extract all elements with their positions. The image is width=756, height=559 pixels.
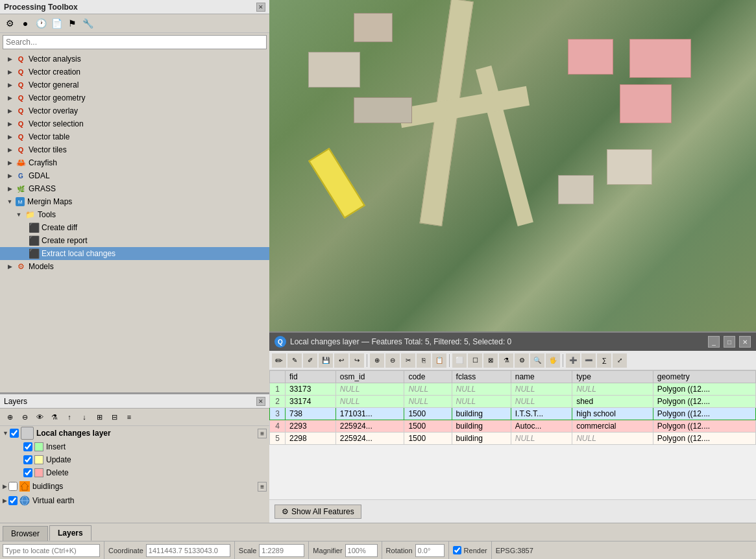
toolbar-btn-wrench[interactable]: 🔧 — [80, 16, 95, 30]
layers-add-btn[interactable]: ⊕ — [3, 410, 17, 424]
locate-input[interactable] — [3, 544, 100, 557]
table-row[interactable]: 5 2298 225924... 1500 building NULL NULL… — [270, 433, 756, 445]
layer-checkbox-local-changes[interactable] — [10, 429, 19, 438]
left-panel: Processing Toolbox ✕ ⚙ ● 🕐 📄 ⚑ 🔧 ▶ Q Vec… — [0, 0, 269, 523]
layers-toggle-btn[interactable]: 👁 — [32, 410, 47, 424]
layer-checkbox-insert[interactable] — [23, 442, 32, 451]
layers-collapse-btn[interactable]: ⊟ — [107, 410, 121, 424]
attr-filter2-btn[interactable]: ⚙ — [515, 353, 529, 368]
expand-arrow-grass: ▶ — [5, 184, 14, 193]
attr-cut-btn[interactable]: ✂ — [401, 353, 415, 368]
table-row[interactable]: 3 738 171031... 1500 building I.T.S.T...… — [270, 408, 756, 420]
layers-filter-btn[interactable]: ⚗ — [47, 410, 62, 424]
sidebar-item-vector-selection[interactable]: ▶ Q Vector selection — [0, 117, 269, 130]
coordinate-input[interactable] — [146, 544, 230, 557]
tab-layers[interactable]: Layers — [49, 525, 91, 541]
table-row[interactable]: 4 2293 225924... 1500 building Autoc... … — [270, 420, 756, 433]
attr-edit2-btn[interactable]: ✎ — [287, 353, 302, 368]
buildings-options-btn[interactable]: ≡ — [258, 482, 267, 492]
col-header-name[interactable]: name — [511, 371, 572, 383]
attr-invert-sel-btn[interactable]: ⊠ — [483, 353, 498, 368]
toolbox-close-button[interactable]: ✕ — [256, 3, 265, 12]
layer-item-local-changes[interactable]: ▼ Local changes layer ≡ — [0, 426, 269, 440]
sidebar-item-vector-creation[interactable]: ▶ Q Vector creation — [0, 65, 269, 78]
attr-maximize-btn[interactable]: □ — [724, 336, 735, 348]
col-header-fid[interactable]: fid — [286, 371, 336, 383]
sidebar-item-vector-tiles[interactable]: ▶ Q Vector tiles — [0, 143, 269, 156]
toolbar-btn-doc[interactable]: 📄 — [49, 16, 64, 30]
attr-new-col-btn[interactable]: ➕ — [566, 353, 580, 368]
search-input[interactable] — [3, 35, 267, 49]
attr-edit-btn[interactable]: ✏ — [272, 353, 286, 368]
layers-close-button[interactable]: ✕ — [256, 397, 265, 406]
attr-deselect-btn[interactable]: ☐ — [468, 353, 482, 368]
attr-zoom-btn[interactable]: 🔍 — [530, 353, 544, 368]
attr-save-btn[interactable]: 💾 — [319, 353, 333, 368]
attr-select-btn[interactable]: ⬜ — [452, 353, 467, 368]
attr-redo-btn[interactable]: ↪ — [350, 353, 364, 368]
layers-remove-btn[interactable]: ⊖ — [18, 410, 32, 424]
local-changes-options-btn[interactable]: ≡ — [258, 429, 267, 438]
col-header-type[interactable]: type — [572, 371, 653, 383]
attr-add-row-btn[interactable]: ⊕ — [370, 353, 384, 368]
attr-paste-btn[interactable]: 📋 — [432, 353, 446, 368]
layers-properties-btn[interactable]: ≡ — [122, 410, 136, 424]
layer-item-virtual-earth[interactable]: ▶ Virtual earth — [0, 494, 269, 508]
sidebar-item-models[interactable]: ▶ ⚙ Models — [0, 260, 269, 273]
render-checkbox[interactable] — [453, 546, 461, 554]
show-all-features-button[interactable]: ⚙ Show All Features — [274, 505, 361, 519]
attr-copy-btn[interactable]: ⎘ — [417, 353, 431, 368]
sidebar-item-create-report[interactable]: ⬛ Create report — [0, 234, 269, 247]
col-header-rownum[interactable] — [270, 371, 286, 383]
attr-table-scroll[interactable]: fid osm_id code fclass name type geometr… — [269, 370, 756, 499]
attr-undo-btn[interactable]: ↩ — [334, 353, 348, 368]
layer-item-insert[interactable]: Insert — [21, 440, 269, 453]
layers-expand-btn[interactable]: ⊞ — [92, 410, 106, 424]
sidebar-item-crayfish[interactable]: ▶ 🦀 Crayfish — [0, 156, 269, 169]
attr-filter-btn[interactable]: ⚗ — [499, 353, 513, 368]
magnifier-input[interactable] — [345, 544, 378, 557]
col-header-geometry[interactable]: geometry — [653, 371, 755, 383]
layers-movedown-btn[interactable]: ↓ — [77, 410, 91, 424]
layers-moveup-btn[interactable]: ↑ — [62, 410, 77, 424]
attr-resize-btn[interactable]: ⤢ — [613, 353, 627, 368]
col-header-osm-id[interactable]: osm_id — [335, 371, 404, 383]
layer-checkbox-update[interactable] — [23, 455, 32, 464]
sidebar-item-vector-analysis[interactable]: ▶ Q Vector analysis — [0, 53, 269, 65]
sidebar-item-vector-general[interactable]: ▶ Q Vector general — [0, 78, 269, 91]
sidebar-item-grass[interactable]: ▶ 🌿 GRASS — [0, 182, 269, 195]
attr-close-btn[interactable]: ✕ — [739, 336, 751, 348]
layer-checkbox-buildings[interactable] — [8, 482, 18, 491]
sidebar-item-tools[interactable]: ▼ 📁 Tools — [0, 208, 269, 221]
scale-input[interactable] — [259, 544, 304, 557]
attr-calc-btn[interactable]: ∑ — [597, 353, 611, 368]
attr-minimize-btn[interactable]: _ — [708, 336, 720, 348]
layer-checkbox-virtual-earth[interactable] — [8, 496, 18, 505]
sidebar-item-vector-overlay[interactable]: ▶ Q Vector overlay — [0, 104, 269, 117]
attr-del-row-btn[interactable]: ⊖ — [385, 353, 400, 368]
layer-item-buildings[interactable]: ▶ buidlings ≡ — [0, 479, 269, 494]
table-row[interactable]: 1 33173 NULL NULL NULL NULL NULL Polygon… — [270, 383, 756, 396]
layer-item-delete[interactable]: Delete — [21, 466, 269, 479]
rotation-input[interactable] — [415, 544, 445, 557]
attr-pan-btn[interactable]: 🖐 — [546, 353, 560, 368]
toolbar-btn-circle[interactable]: ● — [18, 16, 32, 30]
sidebar-item-vector-geometry[interactable]: ▶ Q Vector geometry — [0, 91, 269, 104]
toolbar-btn-clock[interactable]: 🕐 — [34, 16, 48, 30]
sidebar-item-gdal[interactable]: ▶ G GDAL — [0, 169, 269, 182]
table-row[interactable]: 2 33174 NULL NULL NULL NULL shed Polygon… — [270, 396, 756, 408]
attr-del-col-btn[interactable]: ➖ — [581, 353, 596, 368]
sidebar-item-create-diff[interactable]: ⬛ Create diff — [0, 221, 269, 234]
layer-item-update[interactable]: Update — [21, 453, 269, 466]
sidebar-item-extract-local-changes[interactable]: ⬛ Extract local changes — [0, 247, 269, 260]
attr-edit3-btn[interactable]: ✐ — [303, 353, 317, 368]
toolbar-btn-flag[interactable]: ⚑ — [65, 16, 79, 30]
col-header-code[interactable]: code — [404, 371, 452, 383]
layer-checkbox-delete[interactable] — [23, 468, 32, 477]
col-header-fclass[interactable]: fclass — [452, 371, 511, 383]
tab-browser[interactable]: Browser — [3, 526, 48, 541]
toolbar-btn-gear[interactable]: ⚙ — [3, 16, 17, 30]
sidebar-item-mergin-maps[interactable]: ▼ M Mergin Maps — [0, 195, 269, 208]
row-2-geom: Polygon ((12.... — [653, 396, 755, 408]
sidebar-item-vector-table[interactable]: ▶ Q Vector table — [0, 130, 269, 143]
